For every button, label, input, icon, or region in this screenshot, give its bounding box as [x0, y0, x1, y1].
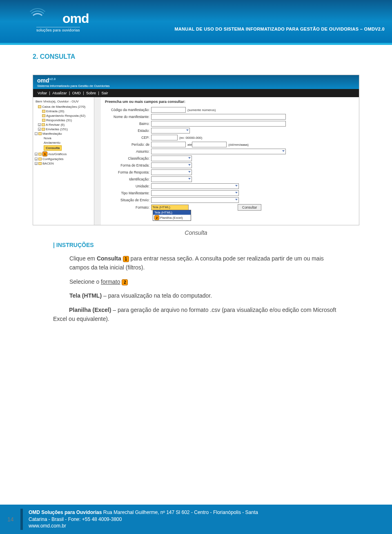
hint-codigo: (somente números) — [187, 108, 216, 112]
tree-caixa[interactable]: Caixa de Manifestações (270) — [42, 105, 85, 109]
consultar-button[interactable]: Consultar — [238, 204, 261, 211]
footer-company: OMD Soluções para Ouvidorias — [29, 510, 103, 515]
tree-revisar[interactable]: A Revisar (6) — [46, 123, 65, 127]
select-fentrada[interactable] — [151, 162, 192, 168]
lbl-formato: Formato: — [104, 205, 151, 209]
select-formato[interactable]: Tela (HTML) — [151, 205, 189, 210]
select-situacao[interactable] — [151, 197, 239, 203]
page-header: omd soluções para ouvidorias MANUAL DE U… — [0, 0, 392, 43]
expand-icon[interactable]: + — [35, 153, 38, 156]
folder-icon — [42, 128, 45, 131]
folder-icon — [38, 105, 41, 108]
lbl-fresposta: Forma de Resposta: — [104, 170, 151, 174]
tree-config[interactable]: Configurações — [42, 157, 64, 161]
tree-andamento[interactable]: Andamento — [44, 141, 60, 145]
callout-2: 2 — [154, 215, 159, 220]
tree-aguardando[interactable]: Aguardando Resposta (62) — [46, 114, 85, 118]
logo-text: omd — [62, 11, 89, 26]
menu-sair[interactable]: Sair — [101, 91, 108, 95]
input-codigo[interactable] — [151, 107, 186, 113]
omd-logo: omd soluções para ouvidorias — [31, 11, 86, 32]
menu-voltar[interactable]: Voltar — [38, 91, 47, 95]
instructions-body: Clique em Consulta 1 para entrar nessa s… — [69, 254, 343, 323]
select-tipomanif[interactable] — [151, 190, 239, 196]
collapse-icon[interactable]: − — [35, 132, 38, 135]
tree-nova[interactable]: Nova — [44, 136, 51, 140]
input-cep[interactable] — [151, 135, 178, 140]
lbl-tipomanif: Tipo Manifestante: — [104, 191, 151, 195]
page-number: 14 — [7, 516, 14, 523]
footer-url: www.omd.com.br — [29, 523, 66, 529]
footer-bar — [20, 509, 23, 530]
folder-icon — [42, 114, 45, 117]
folder-icon — [38, 132, 42, 135]
lbl-cep: CEP: — [104, 136, 151, 140]
instrucoes-heading: | INSTRUÇÕES — [53, 242, 359, 248]
welcome-label: Bem Vindo(a), Ouvidor - OUV — [35, 99, 93, 105]
txt: Clique em — [69, 255, 97, 262]
input-periodo-de[interactable] — [151, 142, 186, 147]
marker-2: 2 — [122, 279, 128, 285]
select-assunto[interactable] — [151, 149, 286, 154]
tree-relatorios[interactable]: rios/Gráficos — [48, 152, 67, 156]
expand-icon[interactable]: + — [35, 158, 38, 160]
txt-formato-underline: formato — [101, 278, 120, 285]
footer-addr1: Rua Marechal Guilherme, nº 147 Sl 602 - … — [103, 510, 258, 515]
expand-icon[interactable]: + — [35, 162, 38, 165]
lbl-classif: Classificação: — [104, 156, 151, 160]
input-bairro[interactable] — [151, 121, 286, 127]
formato-opt-excel[interactable]: Planilha (Excel) — [160, 216, 183, 220]
folder-icon — [38, 153, 42, 156]
txt-consulta-bold: Consulta — [97, 255, 121, 262]
lbl-assunto: Assunto: — [104, 149, 151, 154]
tree-manifestacao[interactable]: Manifestação — [42, 132, 62, 136]
nav-tree: Bem Vindo(a), Ouvidor - OUV Caixa de Man… — [33, 97, 94, 225]
tree-respondidas[interactable]: Respondidas (31) — [46, 118, 72, 122]
input-periodo-ate[interactable] — [192, 142, 227, 147]
app-logo-text: omd — [37, 77, 49, 84]
app-menubar: Voltar | Atualizar | OMD | Sobre | Sair — [33, 89, 359, 97]
menu-atualizar[interactable]: Atualizar — [52, 91, 67, 95]
txt-tela-html: Tela (HTML) — [69, 292, 102, 299]
lbl-ate: até — [187, 143, 192, 147]
menu-omd[interactable]: OMD — [72, 91, 81, 95]
section-title: 2. CONSULTA — [33, 53, 359, 60]
txt: Selecione o — [69, 278, 101, 285]
manual-title: MANUAL DE USO DO SISTEMA INFORMATIZADO P… — [174, 27, 385, 31]
txt: – para visualização na tela do computado… — [102, 292, 212, 299]
formato-dropdown-open: Tela (HTML) 2Planilha (Excel) — [153, 210, 191, 221]
expand-icon[interactable]: + — [38, 128, 41, 131]
expand-icon[interactable]: + — [38, 123, 41, 126]
txt-planilha-excel: Planilha (Excel) — [69, 307, 111, 313]
callout-1: 1 — [42, 151, 47, 156]
tree-enviadas[interactable]: Enviadas (151) — [46, 127, 68, 131]
select-ident[interactable] — [151, 176, 192, 182]
lbl-estado: Estado: — [104, 129, 151, 133]
page-footer: 14 OMD Soluções para Ouvidorias Rua Mare… — [0, 505, 392, 534]
footer-text: OMD Soluções para Ouvidorias Rua Marecha… — [29, 509, 258, 530]
folder-icon — [42, 123, 45, 126]
lbl-bairro: Bairro: — [104, 122, 151, 126]
folder-icon — [38, 162, 42, 165]
input-nome[interactable] — [151, 114, 286, 120]
hint-periodo: (dd/mm/aaaa) — [228, 143, 249, 147]
lbl-unidade: Unidade: — [104, 184, 151, 188]
hint-cep: (ex: 00000-000) — [179, 136, 202, 140]
lbl-situacao: Situação de Envio: — [104, 198, 151, 202]
tree-entrada[interactable]: Entrada (20) — [46, 109, 64, 113]
tree-consulta-highlight[interactable]: Consulta — [44, 145, 62, 151]
app-subtitle: Sistema Informatizado para Gestão de Ouv… — [37, 84, 109, 88]
query-form: Preencha um ou mais campos para consulta… — [94, 97, 359, 225]
form-header: Preencha um ou mais campos para consulta… — [104, 99, 356, 107]
folder-icon — [38, 158, 42, 160]
folder-icon — [42, 110, 45, 113]
lbl-codigo: Código da manifestação: — [104, 108, 151, 112]
select-estado[interactable] — [151, 128, 190, 134]
select-unidade[interactable] — [151, 183, 239, 189]
select-classif[interactable] — [151, 156, 192, 161]
tree-bacen[interactable]: BACEN — [42, 162, 54, 165]
select-fresposta[interactable] — [151, 169, 192, 175]
formato-opt-html[interactable]: Tela (HTML) — [153, 210, 191, 215]
app-version: v2.0 — [49, 77, 56, 81]
menu-sobre[interactable]: Sobre — [86, 91, 96, 95]
